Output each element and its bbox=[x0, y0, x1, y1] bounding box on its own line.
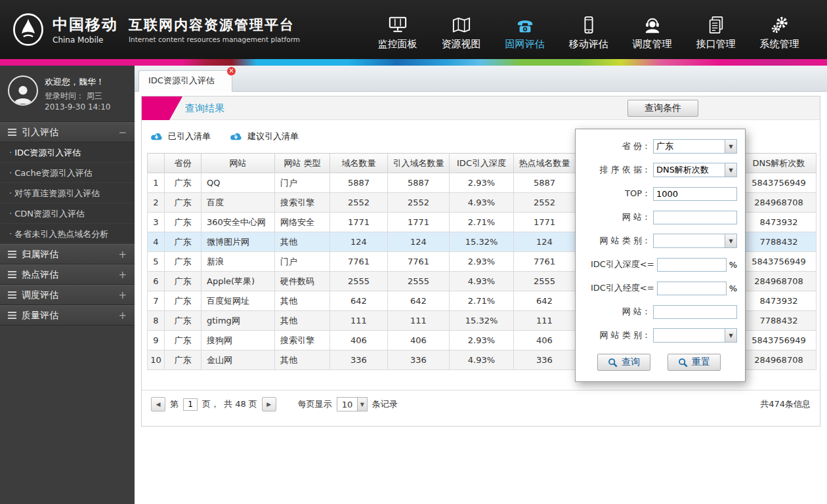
table-cell: 2555 bbox=[388, 272, 450, 291]
nav-item-5[interactable]: 调度管理 bbox=[620, 9, 684, 51]
prev-page-button[interactable]: ◀ bbox=[151, 397, 165, 411]
table-cell: 284968708 bbox=[742, 272, 816, 291]
table-cell: 2.93% bbox=[450, 252, 514, 272]
query-field-select[interactable]: ▼ bbox=[653, 328, 737, 343]
sidebar-menu: 引入评估−IDC资源引入评估Cache资源引入评估对等直连资源引入评估CDN资源… bbox=[0, 122, 135, 326]
query-field-select[interactable]: DNS解析次数▼ bbox=[653, 163, 737, 177]
app-title: 互联网内容资源管理平台 Internet content resources m… bbox=[129, 16, 300, 43]
table-cell: 2552 bbox=[388, 193, 450, 213]
avatar bbox=[8, 75, 38, 106]
sidebar-item-4[interactable]: CDN资源引入评估 bbox=[0, 203, 135, 224]
table-cell: 15.32% bbox=[450, 232, 514, 252]
query-field-input[interactable] bbox=[653, 305, 737, 319]
table-cell: 新浪 bbox=[201, 252, 275, 272]
brand-name-en: China Mobile bbox=[53, 35, 118, 45]
table-cell: 7761 bbox=[514, 252, 576, 272]
welcome-text: 欢迎您，魏华！ bbox=[45, 76, 111, 88]
chevron-down-icon: ▼ bbox=[725, 140, 736, 153]
query-conditions-panel: 省 份：广东▼排 序 依 据：DNS解析次数▼TOP：网 站：网 站 类 别：▼… bbox=[575, 129, 746, 382]
user-panel: 欢迎您，魏华！ 登录时间： 周三 2013-9-30 14:10 bbox=[0, 66, 135, 122]
sidebar-section-1[interactable]: 引入评估− bbox=[0, 122, 135, 142]
nav-item-4[interactable]: 移动评估 bbox=[557, 9, 620, 51]
next-page-button[interactable]: ▶ bbox=[262, 397, 276, 411]
query-field-label: TOP： bbox=[625, 188, 650, 200]
table-cell: 1 bbox=[148, 173, 165, 193]
column-header-2: 网站 bbox=[201, 154, 275, 173]
mobile-icon bbox=[557, 14, 620, 36]
table-cell: 5 bbox=[148, 252, 165, 272]
table-cell: 广东 bbox=[165, 173, 201, 193]
query-field-label: 网 站： bbox=[622, 211, 650, 223]
table-cell: 5887 bbox=[388, 173, 450, 193]
section-label: 调度评估 bbox=[22, 289, 118, 301]
table-cell: 5887 bbox=[330, 173, 388, 193]
tab-idc-eval[interactable]: IDC资源引入评估 × bbox=[138, 70, 232, 92]
percent-suffix: % bbox=[729, 260, 737, 270]
table-cell: 6 bbox=[148, 272, 165, 291]
query-field-input[interactable] bbox=[657, 258, 727, 272]
brand-text: 中国移动 China Mobile bbox=[53, 14, 118, 45]
query-field-select[interactable]: 广东▼ bbox=[653, 139, 737, 154]
nav-item-label: 固网评估 bbox=[493, 38, 557, 51]
cloud-download-icon bbox=[150, 132, 163, 142]
chevron-down-icon: ▼ bbox=[725, 234, 736, 247]
query-conditions-button[interactable]: 查询条件 bbox=[627, 100, 698, 117]
sidebar-item-3[interactable]: 对等直连资源引入评估 bbox=[0, 183, 135, 203]
table-cell: 门户 bbox=[275, 173, 330, 193]
expand-icon: + bbox=[118, 289, 127, 301]
list-icon bbox=[8, 251, 16, 258]
chevron-down-icon: ▼ bbox=[725, 163, 736, 177]
table-cell: 1771 bbox=[330, 213, 388, 232]
table-cell: 7 bbox=[148, 291, 165, 311]
section-label: 引入评估 bbox=[22, 127, 118, 138]
query-field-select[interactable]: ▼ bbox=[653, 234, 737, 248]
table-cell: 2555 bbox=[330, 272, 388, 291]
table-cell: 8 bbox=[148, 311, 165, 331]
column-header-7: 热点域名数量 bbox=[514, 154, 576, 173]
query-field-label: 省 份： bbox=[622, 140, 650, 152]
table-cell: 广东 bbox=[165, 291, 201, 311]
query-field-input[interactable] bbox=[657, 282, 727, 295]
query-field-input[interactable] bbox=[653, 211, 737, 224]
query-form-buttons: 查询重置 bbox=[581, 354, 737, 371]
query-field-input[interactable] bbox=[653, 187, 737, 201]
per-page-select[interactable]: 10 ▼ bbox=[337, 397, 368, 411]
pagination: ◀ 第 页， 共 48 页 ▶ 每页显示 10 ▼ 条记录 共474条信息 bbox=[142, 390, 820, 418]
sidebar-item-1[interactable]: IDC资源引入评估 bbox=[0, 142, 135, 163]
expand-icon: + bbox=[118, 310, 127, 322]
page-number-input[interactable] bbox=[183, 398, 198, 411]
sidebar-section-4[interactable]: 调度评估+ bbox=[0, 285, 135, 305]
toolbar-button-1[interactable]: 已引入清单 bbox=[150, 131, 211, 142]
table-cell: 其他 bbox=[275, 291, 330, 311]
expand-icon: + bbox=[118, 249, 127, 261]
close-icon[interactable]: × bbox=[226, 66, 236, 76]
column-header-5: 引入域名数量 bbox=[388, 154, 450, 173]
search-button[interactable]: 查询 bbox=[597, 354, 650, 371]
nav-item-label: 资源视图 bbox=[429, 38, 493, 51]
sidebar-section-5[interactable]: 质量评估+ bbox=[0, 305, 135, 326]
sidebar-section-2[interactable]: 归属评估+ bbox=[0, 244, 135, 264]
column-header-6: IDC引入深度 bbox=[450, 154, 514, 173]
table-cell: QQ bbox=[201, 173, 275, 193]
table-cell: 7788432 bbox=[742, 232, 816, 252]
toolbar-button-2[interactable]: 建议引入清单 bbox=[229, 131, 299, 142]
sidebar-section-3[interactable]: 热点评估+ bbox=[0, 264, 135, 285]
nav-item-3[interactable]: 固网评估 bbox=[493, 9, 557, 51]
sidebar-item-5[interactable]: 各省未引入热点域名分析 bbox=[0, 224, 135, 244]
nav-item-6[interactable]: 接口管理 bbox=[684, 9, 748, 51]
nav-item-1[interactable]: 监控面板 bbox=[366, 9, 429, 51]
nav-item-7[interactable]: 系统管理 bbox=[748, 9, 811, 51]
nav-item-2[interactable]: 资源视图 bbox=[429, 9, 493, 51]
table-cell: 金山网 bbox=[201, 350, 275, 370]
page-prefix: 第 bbox=[170, 398, 179, 410]
table-cell: 336 bbox=[514, 350, 576, 370]
table-cell: 2552 bbox=[330, 193, 388, 213]
table-cell: 其他 bbox=[275, 311, 330, 331]
reset-button[interactable]: 重置 bbox=[668, 354, 721, 371]
sidebar-item-2[interactable]: Cache资源引入评估 bbox=[0, 163, 135, 183]
list-icon bbox=[8, 312, 16, 319]
list-icon bbox=[8, 291, 16, 299]
table-cell: 111 bbox=[388, 311, 450, 331]
table-cell: 其他 bbox=[275, 350, 330, 370]
submenu: IDC资源引入评估Cache资源引入评估对等直连资源引入评估CDN资源引入评估各… bbox=[0, 142, 135, 244]
